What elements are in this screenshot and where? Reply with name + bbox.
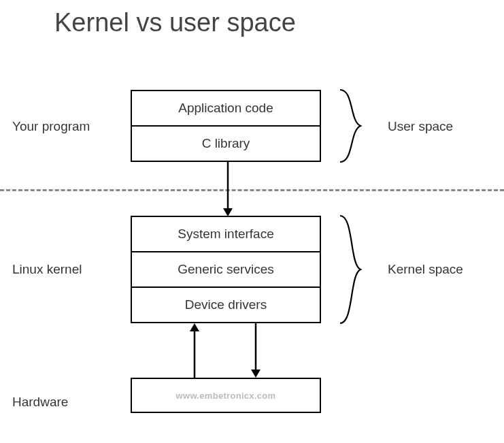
box-application-code: Application code <box>131 90 321 127</box>
label-kernel-space: Kernel space <box>388 262 463 277</box>
box-hardware: www.embetronicx.com <box>131 378 321 413</box>
label-hardware: Hardware <box>12 395 68 410</box>
label-your-program: Your program <box>12 119 90 134</box>
page-title: Kernel vs user space <box>54 8 296 37</box>
box-device-drivers: Device drivers <box>131 286 321 323</box>
label-user-space: User space <box>388 119 453 134</box>
svg-marker-3 <box>190 323 199 331</box>
label-linux-kernel: Linux kernel <box>12 262 82 277</box>
box-system-interface: System interface <box>131 216 321 252</box>
divider-user-kernel <box>0 189 504 191</box>
svg-marker-1 <box>223 208 233 216</box>
arrow-down-icon <box>249 322 263 379</box>
watermark-text: www.embetronicx.com <box>176 391 276 401</box>
brace-kernel-space-icon <box>333 214 374 325</box>
box-c-library: C library <box>131 125 321 162</box>
svg-marker-5 <box>251 370 261 378</box>
brace-user-space-icon <box>333 88 374 163</box>
arrow-up-icon <box>188 322 201 379</box>
arrow-down-icon <box>221 161 235 217</box>
box-generic-services: Generic services <box>131 251 321 288</box>
